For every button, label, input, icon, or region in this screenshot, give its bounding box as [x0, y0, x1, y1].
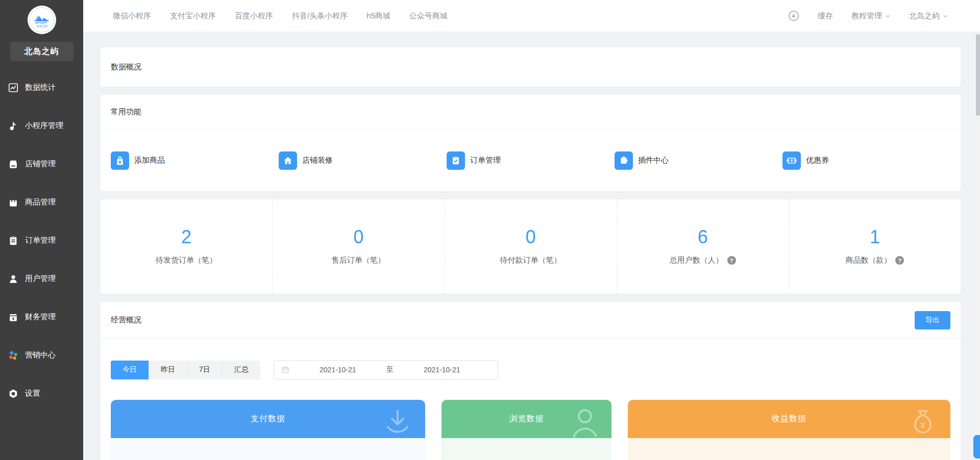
visitor-person-icon [568, 406, 600, 438]
sidebar-item-order-manage[interactable]: 订单管理 [0, 221, 83, 260]
topbar-actions: 缓存 教程管理 北岛之屿 [788, 10, 980, 21]
browse-data-card: 浏览数据 [442, 400, 611, 460]
stat-pending-shipment: 2 待发货订单（笔） [101, 199, 272, 294]
sidebar-item-marketing-center[interactable]: 营销中心 [0, 336, 83, 374]
stat-label: 待发货订单（笔） [156, 255, 217, 265]
browse-data-title: 浏览数据 [509, 414, 544, 424]
quick-add-goods[interactable]: 添加商品 [111, 151, 279, 170]
stat-after-sale-orders: 0 售后订单（笔） [272, 199, 444, 294]
tab-wechat-miniprogram[interactable]: 微信小程序 [113, 11, 151, 21]
sidebar-item-shop-manage[interactable]: 店铺管理 [0, 145, 83, 183]
date-range-group: 今日 昨日 7日 汇总 [111, 361, 260, 379]
floating-service-widget[interactable] [973, 435, 980, 458]
scrollbar-track[interactable] [976, 32, 980, 460]
tab-baidu-miniprogram[interactable]: 百度小程序 [235, 11, 273, 21]
sidebar-item-label: 店铺管理 [25, 159, 56, 169]
business-overview-header: 经营概况 导出 [101, 302, 961, 339]
tab-douyin-miniprogram[interactable]: 抖音/头条小程序 [292, 11, 348, 21]
shop-icon [8, 159, 19, 170]
scrollbar-thumb[interactable] [976, 34, 980, 116]
range-yesterday-button[interactable]: 昨日 [149, 361, 187, 379]
quick-functions-title: 常用功能 [111, 107, 141, 117]
stat-pending-payment: 0 待付款订单（笔） [444, 199, 616, 294]
tab-official-account-mall[interactable]: 公众号商城 [409, 11, 448, 21]
sidebar-item-goods-manage[interactable]: 商品管理 [0, 183, 83, 221]
sidebar-item-label: 设置 [25, 389, 40, 398]
quick-plugin-center[interactable]: 插件中心 [615, 151, 782, 170]
quick-item-label: 优惠券 [806, 156, 829, 165]
payment-data-body [111, 438, 425, 460]
quick-order-manage[interactable]: 订单管理 [447, 151, 615, 170]
platform-tabs: 微信小程序 支付宝小程序 百度小程序 抖音/头条小程序 h5商城 公众号商城 [83, 11, 448, 21]
range-7days-button[interactable]: 7日 [187, 361, 222, 379]
browse-data-header: 浏览数据 [442, 400, 611, 438]
business-filters: 今日 昨日 7日 汇总 2021-10-21 至 2021-10-21 [111, 360, 950, 379]
income-data-body [628, 438, 950, 460]
payment-data-card: 支付数据 [111, 400, 425, 460]
stat-label: 总用户数（人） [670, 255, 723, 265]
svg-text:北岛之屿: 北岛之屿 [36, 24, 47, 28]
svg-text:¥: ¥ [920, 421, 925, 430]
stat-total-users: 6 总用户数（人） ? [617, 199, 789, 294]
sidebar-item-user-manage[interactable]: 用户管理 [0, 260, 83, 298]
stat-label: 商品数（款） [845, 255, 891, 265]
tab-alipay-miniprogram[interactable]: 支付宝小程序 [170, 11, 216, 21]
stat-total-goods: 1 商品数（款） ? [789, 199, 961, 294]
sidebar-item-miniprogram[interactable]: 小程序管理 [0, 107, 83, 145]
data-overview-card: 数据概况 [101, 47, 961, 87]
sidebar-item-label: 订单管理 [25, 236, 56, 245]
chevron-down-icon [885, 13, 891, 19]
plugin-center-icon [615, 151, 633, 170]
end-date-value[interactable]: 2021-10-21 [394, 366, 491, 374]
range-summary-button[interactable]: 汇总 [222, 361, 260, 379]
range-today-button[interactable]: 今日 [111, 361, 149, 379]
date-separator: 至 [386, 365, 394, 374]
sidebar-item-finance-manage[interactable]: ¥ 财务管理 [0, 298, 83, 336]
payment-data-title: 支付数据 [251, 414, 285, 424]
sidebar-item-settings[interactable]: 设置 [0, 374, 83, 413]
sidebar-item-data-stats[interactable]: 数据统计 [0, 68, 83, 107]
income-data-header: 收益数据 ¥ [628, 400, 950, 438]
tutorial-menu[interactable]: 教程管理 [851, 11, 891, 21]
stat-value: 0 [353, 228, 363, 246]
user-icon [8, 273, 19, 285]
income-data-title: 收益数据 [772, 414, 806, 424]
start-date-value[interactable]: 2021-10-21 [289, 366, 386, 374]
svg-text:¥: ¥ [12, 316, 15, 321]
export-button[interactable]: 导出 [915, 311, 950, 329]
quick-coupon[interactable]: ¥ 优惠券 [782, 151, 950, 170]
order-manage-icon [447, 151, 465, 170]
quick-item-label: 添加商品 [134, 156, 165, 165]
music-note-icon [8, 120, 19, 132]
goods-bag-icon [8, 197, 19, 208]
quick-shop-decorate[interactable]: 店铺装修 [279, 151, 447, 170]
chart-line-icon [8, 82, 19, 93]
stats-card: 2 待发货订单（笔） 0 售后订单（笔） 0 待付款订单（笔） 6 总用户数（人… [101, 199, 961, 294]
help-icon[interactable]: ? [727, 256, 736, 265]
tab-h5-mall[interactable]: h5商城 [366, 11, 390, 21]
business-overview-card: 经营概况 导出 今日 昨日 7日 汇总 2021-10-21 至 2021-10… [101, 302, 961, 460]
data-overview-title: 数据概况 [111, 62, 141, 72]
help-icon[interactable]: ? [895, 256, 904, 265]
download-arrow-icon [381, 406, 414, 438]
stat-value: 1 [870, 228, 880, 246]
sidebar-item-label: 营销中心 [25, 350, 56, 360]
date-range-input[interactable]: 2021-10-21 至 2021-10-21 [274, 360, 498, 379]
gear-icon [8, 388, 19, 399]
topbar: 微信小程序 支付宝小程序 百度小程序 抖音/头条小程序 h5商城 公众号商城 缓… [83, 0, 980, 32]
sidebar-nav: 数据统计 小程序管理 店铺管理 商品管理 [0, 68, 83, 413]
business-overview-title: 经营概况 [111, 315, 141, 325]
quick-item-label: 订单管理 [470, 156, 501, 165]
add-goods-icon [111, 151, 129, 170]
account-menu[interactable]: 北岛之屿 [909, 11, 948, 21]
quick-functions-row: 添加商品 店铺装修 订单管理 [101, 130, 961, 191]
stat-label: 待付款订单（笔） [500, 255, 561, 265]
brand-logo: 北岛之屿 [28, 6, 56, 34]
sidebar-item-label: 财务管理 [25, 312, 56, 322]
download-circle-icon[interactable] [788, 10, 799, 21]
quick-functions-card: 常用功能 添加商品 [101, 95, 961, 191]
cache-button[interactable]: 缓存 [818, 11, 833, 21]
main-content: 数据概况 常用功能 添加商品 [83, 32, 980, 460]
money-bag-icon: ¥ [906, 406, 939, 438]
calendar-icon [281, 366, 289, 374]
